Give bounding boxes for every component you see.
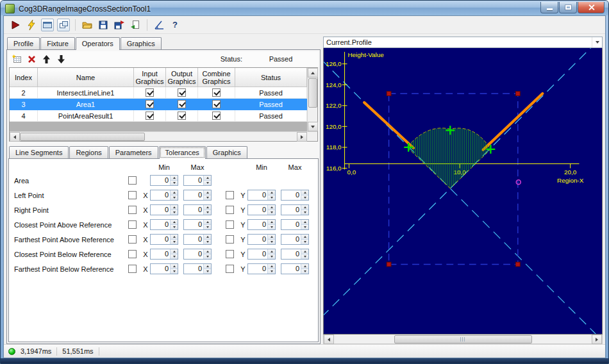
- spin-down-button[interactable]: [204, 269, 211, 274]
- x-enable-checkbox[interactable]: [128, 250, 137, 258]
- max-x-spinner[interactable]: 0: [183, 190, 212, 201]
- spin-down-button[interactable]: [301, 195, 308, 200]
- spin-down-button[interactable]: [268, 240, 275, 244]
- output-graphics-checkbox[interactable]: [178, 88, 186, 97]
- spin-down-button[interactable]: [268, 254, 275, 259]
- spin-up-button[interactable]: [301, 264, 308, 269]
- save-button[interactable]: [97, 19, 110, 31]
- spin-up-button[interactable]: [204, 235, 211, 240]
- max-y-spinner[interactable]: 0: [281, 263, 309, 274]
- spin-down-button[interactable]: [171, 254, 178, 259]
- scroll-left-button[interactable]: [10, 132, 20, 142]
- spin-up-button[interactable]: [171, 205, 178, 210]
- combobox-dropdown-button[interactable]: [592, 37, 602, 47]
- column-header-output-graphics[interactable]: Output Graphics: [166, 68, 198, 87]
- spin-down-button[interactable]: [171, 225, 178, 229]
- max-y-spinner[interactable]: 0: [281, 190, 309, 201]
- tab-operator-graphics[interactable]: Graphics: [206, 146, 247, 158]
- combine-graphics-checkbox[interactable]: [212, 88, 221, 97]
- spin-up-button[interactable]: [268, 235, 275, 240]
- min-y-spinner[interactable]: 0: [247, 263, 276, 274]
- y-enable-checkbox[interactable]: [226, 250, 234, 258]
- spin-up-button[interactable]: [171, 249, 178, 254]
- min-spinner[interactable]: 0: [150, 175, 178, 186]
- scroll-right-button[interactable]: [592, 335, 602, 344]
- scrollbar-thumb[interactable]: [20, 133, 145, 141]
- spin-down-button[interactable]: [171, 195, 178, 200]
- y-enable-checkbox[interactable]: [226, 191, 234, 199]
- trigger-button[interactable]: [25, 19, 38, 31]
- area-enable-checkbox[interactable]: [128, 176, 137, 185]
- organize-windows-button[interactable]: [57, 19, 70, 31]
- max-spinner[interactable]: 0: [183, 175, 212, 186]
- scrollbar-track[interactable]: [20, 132, 297, 141]
- tab-line-segments[interactable]: Line Segments: [9, 146, 69, 158]
- move-up-button[interactable]: [40, 53, 52, 65]
- column-header-name[interactable]: Name: [38, 68, 134, 87]
- spin-up-button[interactable]: [204, 249, 211, 254]
- import-button[interactable]: [129, 19, 142, 31]
- min-y-spinner[interactable]: 0: [247, 249, 276, 260]
- x-enable-checkbox[interactable]: [128, 191, 137, 199]
- save-as-button[interactable]: [113, 19, 126, 31]
- spin-up-button[interactable]: [171, 235, 178, 240]
- input-graphics-checkbox[interactable]: [146, 100, 154, 108]
- grid-vertical-scrollbar[interactable]: [307, 68, 317, 131]
- spin-up-button[interactable]: [171, 190, 178, 195]
- app-icon[interactable]: [5, 4, 15, 13]
- spin-up-button[interactable]: [204, 220, 211, 225]
- image-display-button[interactable]: [41, 19, 54, 31]
- scrollbar-track[interactable]: [334, 335, 592, 343]
- min-x-spinner[interactable]: 0: [150, 263, 178, 274]
- add-operator-button[interactable]: [11, 53, 22, 65]
- help-button[interactable]: ?: [169, 19, 181, 31]
- spin-up-button[interactable]: [204, 176, 211, 181]
- spin-up-button[interactable]: [204, 264, 211, 269]
- spin-up-button[interactable]: [268, 190, 275, 195]
- max-y-spinner[interactable]: 0: [281, 249, 309, 260]
- spin-down-button[interactable]: [204, 181, 211, 185]
- max-x-spinner[interactable]: 0: [183, 204, 212, 215]
- min-y-spinner[interactable]: 0: [247, 219, 276, 230]
- y-enable-checkbox[interactable]: [226, 265, 234, 273]
- tab-fixture[interactable]: Fixture: [40, 37, 75, 49]
- spin-up-button[interactable]: [301, 235, 308, 240]
- input-graphics-checkbox[interactable]: [146, 88, 154, 97]
- x-enable-checkbox[interactable]: [128, 220, 137, 229]
- x-enable-checkbox[interactable]: [128, 235, 137, 244]
- combine-graphics-checkbox[interactable]: [212, 100, 221, 108]
- column-header-status[interactable]: Status: [235, 68, 307, 87]
- scroll-right-button[interactable]: [297, 132, 307, 142]
- titlebar[interactable]: Cog3DRangeImageCrossSectionTool1: [1, 1, 608, 15]
- max-y-spinner[interactable]: 0: [281, 219, 309, 230]
- min-x-spinner[interactable]: 0: [150, 219, 178, 230]
- scroll-left-button[interactable]: [324, 335, 334, 344]
- max-y-spinner[interactable]: 0: [281, 234, 309, 245]
- move-down-button[interactable]: [55, 53, 67, 65]
- column-header-combine-graphics[interactable]: Combine Graphics: [198, 68, 235, 87]
- angle-measure-button[interactable]: [153, 19, 165, 31]
- x-enable-checkbox[interactable]: [128, 206, 137, 214]
- min-x-spinner[interactable]: 0: [150, 234, 178, 245]
- min-y-spinner[interactable]: 0: [247, 190, 276, 201]
- spin-up-button[interactable]: [171, 176, 178, 181]
- spin-down-button[interactable]: [268, 210, 275, 215]
- spin-down-button[interactable]: [301, 225, 308, 229]
- tab-tolerances[interactable]: Tolerances: [159, 146, 206, 159]
- spin-up-button[interactable]: [301, 205, 308, 210]
- display-source-combobox[interactable]: Current.Profile: [323, 37, 603, 48]
- spin-down-button[interactable]: [204, 195, 211, 200]
- spin-down-button[interactable]: [171, 181, 178, 185]
- spin-down-button[interactable]: [301, 269, 308, 274]
- operator-row-4[interactable]: 4 PointAreaResult1 Passed: [10, 110, 307, 122]
- max-y-spinner[interactable]: 0: [281, 204, 309, 215]
- min-x-spinner[interactable]: 0: [150, 249, 178, 260]
- spin-down-button[interactable]: [171, 240, 178, 244]
- scrollbar-thumb[interactable]: [394, 335, 532, 343]
- tab-parameters[interactable]: Parameters: [109, 146, 158, 158]
- min-y-spinner[interactable]: 0: [247, 204, 276, 215]
- min-y-spinner[interactable]: 0: [247, 234, 276, 245]
- combine-graphics-checkbox[interactable]: [212, 112, 221, 120]
- spin-up-button[interactable]: [268, 220, 275, 225]
- open-button[interactable]: [81, 19, 94, 31]
